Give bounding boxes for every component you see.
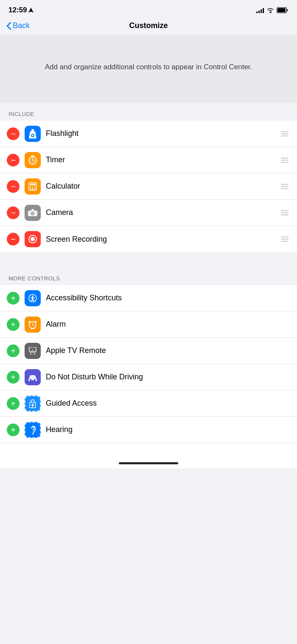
svg-point-12 [30, 187, 31, 188]
remove-screen-recording-button[interactable]: − [7, 233, 20, 246]
list-item: + Alarm [0, 311, 297, 338]
screen-recording-label: Screen Recording [46, 235, 279, 244]
calculator-icon [25, 178, 41, 195]
camera-icon [25, 205, 41, 221]
reorder-handle[interactable] [279, 182, 290, 191]
screen-recording-icon [25, 231, 41, 247]
timer-label: Timer [46, 155, 279, 164]
include-list: − Flashlight − [0, 121, 297, 252]
svg-point-13 [32, 187, 34, 188]
svg-point-33 [32, 434, 33, 435]
nav-bar: Back Customize [0, 18, 297, 35]
svg-point-17 [34, 189, 36, 190]
list-item: − Flashlight [0, 121, 297, 147]
status-time: 12:59 [8, 6, 34, 14]
svg-point-1 [270, 12, 271, 13]
camera-label: Camera [46, 208, 279, 217]
location-icon [28, 8, 34, 13]
status-bar: 12:59 [0, 0, 297, 18]
timer-icon [25, 152, 41, 168]
list-item: − Camera [0, 200, 297, 226]
reorder-handle[interactable] [279, 235, 290, 243]
guided-access-label: Guided Access [46, 399, 290, 408]
more-controls-section-header: MORE CONTROLS [0, 268, 297, 285]
home-indicator-area [0, 443, 297, 469]
svg-point-29 [30, 379, 31, 381]
remove-flashlight-button[interactable]: − [7, 127, 20, 140]
status-icons [256, 7, 289, 13]
description-section: Add and organize additional controls to … [0, 35, 297, 103]
list-item: + tv Apple TV Remote [0, 338, 297, 364]
svg-point-14 [34, 187, 36, 188]
add-apple-tv-button[interactable]: + [7, 345, 20, 357]
more-controls-list: + Accessibility Shortcuts + [0, 285, 297, 443]
accessibility-label: Accessibility Shortcuts [46, 294, 290, 302]
svg-point-30 [34, 379, 36, 381]
back-button[interactable]: Back [7, 21, 30, 30]
alarm-icon [25, 316, 41, 333]
list-item: + Do Not Disturb While Driving [0, 364, 297, 390]
include-section-header: INCLUDE [0, 103, 297, 121]
svg-point-15 [30, 189, 31, 190]
alarm-label: Alarm [46, 320, 290, 329]
battery-icon [277, 7, 289, 13]
svg-marker-0 [28, 8, 34, 13]
apple-tv-label: Apple TV Remote [46, 346, 290, 355]
svg-text:tv: tv [32, 349, 34, 351]
svg-point-16 [32, 189, 34, 190]
svg-rect-4 [31, 129, 34, 131]
add-dnd-driving-button[interactable]: + [7, 371, 20, 384]
svg-rect-27 [31, 352, 35, 355]
add-accessibility-button[interactable]: + [7, 292, 20, 305]
list-item: − Screen Recording [0, 226, 297, 252]
list-item: + Hearing [0, 417, 297, 443]
add-alarm-button[interactable]: + [7, 318, 20, 331]
guided-access-icon [25, 395, 41, 412]
add-guided-access-button[interactable]: + [7, 397, 20, 410]
list-item: − Timer [0, 147, 297, 173]
reorder-handle[interactable] [279, 209, 290, 217]
page-title: Customize [129, 21, 168, 30]
add-hearing-button[interactable]: + [7, 424, 20, 436]
calculator-label: Calculator [46, 182, 279, 191]
back-chevron-icon [7, 22, 11, 30]
hearing-label: Hearing [46, 425, 290, 434]
svg-point-22 [31, 237, 35, 241]
flashlight-label: Flashlight [46, 129, 279, 138]
wifi-icon [266, 7, 274, 13]
reorder-handle[interactable] [279, 156, 290, 164]
hearing-icon [25, 422, 41, 438]
remove-timer-button[interactable]: − [7, 154, 20, 167]
signal-icon [256, 7, 264, 13]
apple-tv-icon: tv [25, 343, 41, 359]
home-indicator [119, 462, 178, 464]
reorder-handle[interactable] [279, 130, 290, 138]
dnd-driving-label: Do Not Disturb While Driving [46, 373, 290, 381]
section-separator [0, 252, 297, 268]
svg-rect-11 [30, 184, 36, 186]
svg-rect-3 [277, 8, 286, 12]
svg-point-7 [32, 135, 34, 136]
description-text: Add and organize additional controls to … [45, 62, 252, 73]
dnd-driving-icon [25, 369, 41, 385]
flashlight-icon [25, 126, 41, 142]
svg-point-20 [32, 212, 34, 215]
remove-calculator-button[interactable]: − [7, 180, 20, 193]
accessibility-icon [25, 290, 41, 306]
list-item: + Accessibility Shortcuts [0, 285, 297, 311]
list-item: + Guided Access [0, 390, 297, 417]
remove-camera-button[interactable]: − [7, 206, 20, 219]
list-item: − Calculator [0, 173, 297, 200]
